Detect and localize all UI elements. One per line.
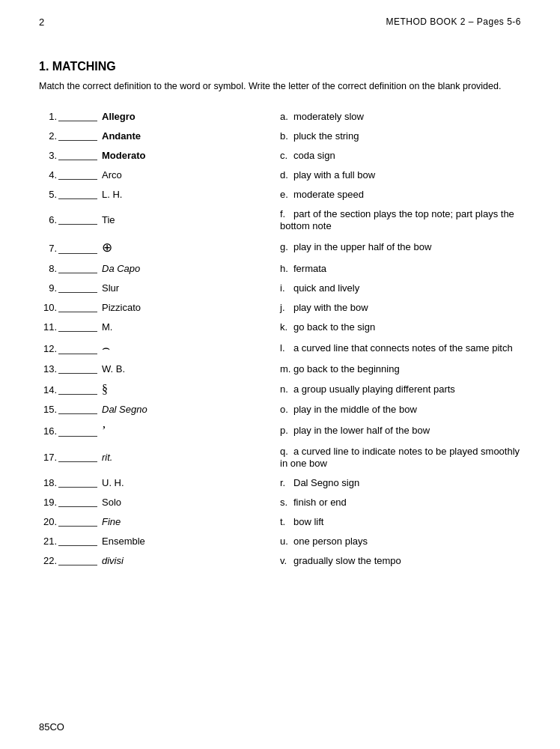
answer-blank (58, 179, 97, 180)
answer-blank (58, 273, 97, 273)
definition: b. pluck the string (280, 130, 359, 142)
definition: o. play in the middle of the bow (280, 404, 417, 415)
definition: g. play in the upper half of the bow (280, 241, 431, 252)
term: § (102, 383, 108, 395)
definition: i. quick and lively (280, 282, 359, 294)
table-row: 21.Ensembleu. one person plays (39, 532, 521, 551)
definition-text: coda sign (293, 150, 335, 161)
item-number: 1. (39, 111, 57, 122)
term: ⊕ (102, 240, 112, 255)
answer-blank (58, 292, 97, 293)
definition-text: pluck the string (293, 130, 359, 142)
definition: f. part of the section plays the top not… (280, 208, 514, 231)
answer-blank (58, 394, 97, 395)
definition-text: bow lift (293, 516, 323, 527)
table-row: 9.Sluri. quick and lively (39, 279, 521, 298)
page-number-top: 2 (39, 16, 44, 28)
definition: r. Dal Segno sign (280, 477, 359, 488)
table-row: 7.⊕g. play in the upper half of the bow (39, 236, 521, 259)
definition-text: a group usually playing different parts (293, 383, 455, 395)
definition-text: moderate speed (293, 189, 364, 200)
term: rit. (102, 452, 112, 463)
item-number: 20. (39, 516, 57, 527)
definition: v. gradually slow the tempo (280, 555, 401, 566)
definition-text: go back to the sign (293, 321, 375, 333)
table-row: 13.W. B.m. go back to the beginning (39, 360, 521, 379)
term: Dal Segno (102, 404, 147, 415)
term: M. (102, 321, 112, 333)
definition-text: play with a full bow (293, 169, 375, 181)
page-number-bottom: 85CO (39, 721, 64, 733)
definition: l. a curved line that connects notes of … (280, 342, 513, 354)
term: U. H. (102, 477, 124, 488)
table-row: 14.§n. a group usually playing different… (39, 379, 521, 400)
item-number: 22. (39, 555, 57, 566)
answer-blank (58, 121, 97, 121)
definition-text: gradually slow the tempo (293, 555, 401, 566)
definition: u. one person plays (280, 536, 368, 547)
item-number: 5. (39, 189, 57, 200)
answer-blank (58, 224, 97, 225)
answer-blank (58, 487, 97, 488)
definition: q. a curved line to indicate notes to be… (280, 446, 520, 469)
term: Slur (102, 282, 119, 294)
table-row: 11.M.k. go back to the sign (39, 318, 521, 337)
definition: t. bow lift (280, 516, 323, 527)
definition-text: a curved line to indicate notes to be pl… (280, 446, 520, 469)
term: Allegro (102, 111, 136, 122)
answer-blank (58, 331, 97, 332)
definition-text: Dal Segno sign (293, 477, 359, 488)
item-number: 7. (39, 243, 57, 254)
table-row: 8.Da Capoh. fermata (39, 259, 521, 279)
definition-text: part of the section plays the top note; … (280, 208, 514, 231)
term: divisi (102, 555, 124, 566)
table-row: 22.divisiv. gradually slow the tempo (39, 551, 521, 571)
item-number: 21. (39, 536, 57, 547)
definition-text: a curved line that connects notes of the… (293, 342, 513, 354)
item-number: 16. (39, 425, 57, 437)
item-number: 14. (39, 384, 57, 395)
definition-text: moderately slow (293, 111, 364, 122)
term: ⌢ (102, 341, 110, 355)
answer-blank (58, 140, 97, 141)
term: Andante (102, 130, 141, 142)
term: Solo (102, 497, 121, 508)
header-right: METHOD BOOK 2 – Pages 5-6 (386, 16, 521, 27)
answer-blank (58, 461, 97, 462)
table-row: 17.rit.q. a curved line to indicate note… (39, 442, 521, 473)
table-row: 12.⌢l. a curved line that connects notes… (39, 337, 521, 360)
definition: s. finish or end (280, 497, 347, 508)
table-row: 20.Finet. bow lift (39, 512, 521, 532)
definition: h. fermata (280, 263, 326, 274)
section-title: 1. MATCHING (39, 60, 521, 73)
definition-text: play in the lower half of the bow (293, 425, 430, 436)
term: Pizzicato (102, 302, 141, 313)
answer-blank (58, 354, 97, 354)
table-row: 4.Arcod. play with a full bow (39, 166, 521, 185)
definition-text: fermata (293, 263, 326, 274)
answer-blank (58, 506, 97, 507)
answer-blank (58, 526, 97, 527)
term: Tie (102, 214, 115, 225)
item-number: 19. (39, 497, 57, 508)
definition: m. go back to the beginning (280, 363, 400, 374)
term: L. H. (102, 189, 122, 200)
definition: a. moderately slow (280, 111, 364, 122)
answer-blank (58, 413, 97, 414)
term: W. B. (102, 363, 125, 374)
answer-blank (58, 545, 97, 546)
term: Da Capo (102, 263, 140, 274)
table-row: 18.U. H.r. Dal Segno sign (39, 473, 521, 493)
definition: c. coda sign (280, 150, 335, 161)
item-number: 4. (39, 169, 57, 181)
answer-blank (58, 436, 97, 437)
instructions: Match the correct definition to the word… (39, 79, 503, 94)
answer-blank (58, 253, 97, 254)
item-number: 9. (39, 282, 57, 294)
answer-blank (58, 312, 97, 312)
definition: j. play with the bow (280, 302, 368, 313)
answer-blank (58, 565, 97, 565)
definition: k. go back to the sign (280, 321, 375, 333)
item-number: 8. (39, 263, 57, 274)
table-row: 3.Moderatoc. coda sign (39, 146, 521, 166)
